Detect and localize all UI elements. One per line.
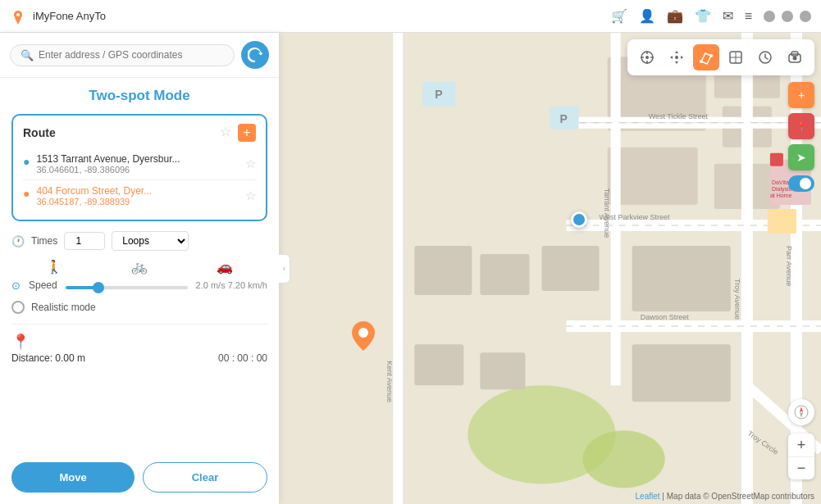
svg-rect-9 (608, 148, 698, 205)
close-button[interactable]: × (800, 11, 811, 22)
search-input-wrap: 🔍 (10, 44, 235, 66)
svg-rect-33 (632, 344, 731, 402)
search-icon: 🔍 (21, 49, 34, 61)
search-input[interactable] (39, 49, 224, 61)
svg-rect-36 (768, 209, 796, 234)
svg-marker-2 (15, 18, 21, 25)
slider-wrap (66, 278, 188, 293)
main-layout: 🔍 Two-spot Mode Route ☆ + (0, 33, 821, 504)
compass-icon (794, 405, 809, 420)
route-add-icon[interactable]: + (238, 124, 256, 142)
map-toolbar (627, 39, 814, 75)
dot-orange-icon: ● (23, 187, 30, 200)
svg-point-1 (16, 13, 20, 16)
svg-rect-35 (770, 153, 783, 166)
crosshair-tool-button[interactable] (634, 44, 660, 70)
mail-icon[interactable]: ✉ (723, 8, 733, 24)
speed-icons-row: 🚶 🚲 🚗 (11, 259, 267, 275)
times-label: Times (31, 235, 57, 247)
route-item-1: ● 1513 Tarrant Avenue, Dyersbur... 36.04… (23, 148, 256, 179)
compass-button[interactable] (788, 399, 814, 425)
route-item-2: ● 404 Forcum Street, Dyer... 36.045187, … (23, 179, 256, 211)
pan-tool-button[interactable] (664, 44, 690, 70)
route-header: Route ☆ + (23, 124, 256, 142)
svg-point-54 (645, 56, 649, 59)
distance-section: 📍 Distance: 0.00 m 00 : 00 : 00 (11, 324, 267, 370)
route-address-1[interactable]: 1513 Tarrant Avenue, Dyersbur... (36, 153, 239, 165)
speed-slider[interactable] (66, 286, 188, 289)
svg-marker-66 (800, 406, 803, 412)
route-item-star-2[interactable]: ☆ (245, 188, 256, 203)
svg-point-55 (675, 56, 678, 59)
speed-value: 2.0 m/s 7.20 km/h (196, 280, 267, 290)
route-address-2[interactable]: 404 Forcum Street, Dyer... (36, 185, 239, 197)
joystick-tool-button[interactable] (782, 44, 808, 70)
toggle-switch[interactable] (788, 175, 814, 192)
move-button[interactable]: Move (11, 462, 135, 493)
svg-text:Kent Avenue: Kent Avenue (385, 361, 394, 402)
user-icon[interactable]: 👤 (639, 8, 655, 24)
route-box: Route ☆ + ● 1513 Tarrant Avenue, Dyersbu… (11, 114, 267, 221)
walk-icon: 🚶 (46, 259, 62, 275)
pin-svg (352, 321, 375, 351)
route-header-icons: ☆ + (220, 124, 256, 142)
bike-icon: 🚲 (131, 259, 148, 275)
titlebar-left: iMyFone AnyTo (10, 8, 106, 25)
svg-rect-28 (480, 254, 529, 295)
map-attribution: Leaflet | Map data © OpenStreetMap contr… (636, 492, 814, 501)
svg-text:P: P (560, 112, 568, 125)
maximize-button[interactable]: □ (782, 11, 793, 22)
route-item-star-1[interactable]: ☆ (245, 157, 256, 171)
red-marker-button[interactable]: 📍 (788, 113, 814, 139)
joystick-icon (787, 50, 802, 65)
times-input[interactable] (64, 232, 105, 250)
refresh-icon (248, 48, 262, 62)
svg-point-48 (358, 328, 368, 338)
menu-icon[interactable]: ≡ (745, 9, 752, 24)
route-star-icon[interactable]: ☆ (220, 124, 231, 142)
route-info-2: 404 Forcum Street, Dyer... 36.045187, -8… (36, 185, 239, 207)
attribution-osm: Map data © OpenStreetMap contributors (667, 492, 814, 501)
minimize-button[interactable]: — (764, 11, 775, 22)
mode-title: Two-spot Mode (11, 88, 267, 104)
route-label: Route (23, 126, 56, 139)
loops-select[interactable]: Loops Round trip One way (112, 231, 189, 251)
collapse-panel-tab[interactable]: ‹ (279, 254, 290, 284)
svg-marker-67 (800, 412, 803, 418)
action-buttons: Move Clear (0, 454, 279, 504)
svg-text:Parr Avenue: Parr Avenue (785, 246, 793, 286)
distance-row: Distance: 0.00 m 00 : 00 : 00 (11, 352, 267, 364)
svg-point-56 (700, 60, 703, 63)
shirt-icon[interactable]: 👕 (695, 8, 711, 24)
teleport-tool-button[interactable] (752, 44, 778, 70)
speed-row: ⊙ Speed 2.0 m/s 7.20 km/h (11, 278, 267, 293)
svg-text:Dawson Street: Dawson Street (641, 313, 690, 321)
crosshair-icon (640, 50, 655, 65)
pan-icon (669, 50, 684, 65)
cart-icon[interactable]: 🛒 (611, 8, 627, 24)
bag-icon[interactable]: 💼 (667, 8, 683, 24)
svg-rect-27 (414, 246, 472, 295)
distance-pin-icon: 📍 (11, 333, 267, 351)
car-icon: 🚗 (217, 259, 233, 275)
multi-spot-tool-button[interactable] (723, 44, 749, 70)
leaflet-link[interactable]: Leaflet (636, 492, 660, 501)
realistic-label: Realistic mode (31, 302, 96, 313)
add-waypoint-button[interactable]: + (788, 82, 814, 108)
svg-point-57 (709, 54, 713, 57)
two-spot-tool-button[interactable] (693, 44, 719, 70)
map-area[interactable]: P P West Tickle Street West Parkview Str… (279, 33, 821, 504)
clear-button[interactable]: Clear (143, 462, 267, 493)
titlebar: iMyFone AnyTo 🛒 👤 💼 👕 ✉ ≡ — □ × (0, 0, 821, 33)
distance-text: Distance: 0.00 m (11, 352, 85, 364)
route-refresh-button[interactable] (241, 41, 269, 69)
realistic-checkbox[interactable] (11, 301, 25, 314)
green-arrow-button[interactable]: ➤ (788, 144, 814, 170)
search-bar: 🔍 (0, 33, 279, 78)
location-marker-start (571, 211, 587, 228)
speed-label: Speed (29, 279, 57, 291)
map-right-controls: + 📍 ➤ (788, 82, 814, 192)
zoom-in-button[interactable]: + (788, 434, 814, 456)
svg-text:DaVita: DaVita (772, 179, 789, 185)
zoom-out-button[interactable]: − (788, 456, 814, 479)
